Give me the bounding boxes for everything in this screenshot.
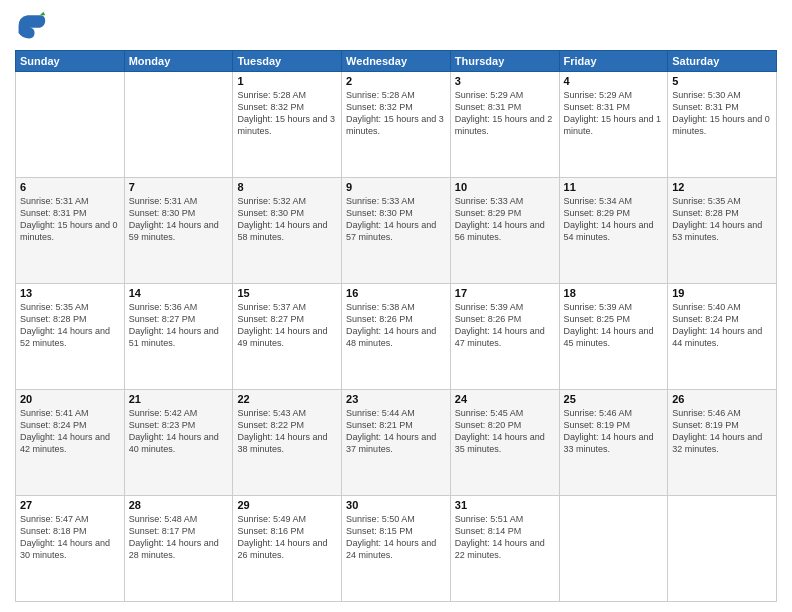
- day-number: 4: [564, 75, 664, 87]
- calendar-table: SundayMondayTuesdayWednesdayThursdayFrid…: [15, 50, 777, 602]
- day-info: Sunrise: 5:31 AM Sunset: 8:30 PM Dayligh…: [129, 195, 229, 244]
- week-row-4: 27Sunrise: 5:47 AM Sunset: 8:18 PM Dayli…: [16, 496, 777, 602]
- day-cell: 11Sunrise: 5:34 AM Sunset: 8:29 PM Dayli…: [559, 178, 668, 284]
- day-info: Sunrise: 5:35 AM Sunset: 8:28 PM Dayligh…: [672, 195, 772, 244]
- page: SundayMondayTuesdayWednesdayThursdayFrid…: [0, 0, 792, 612]
- day-info: Sunrise: 5:30 AM Sunset: 8:31 PM Dayligh…: [672, 89, 772, 138]
- logo: [15, 10, 51, 42]
- day-cell: 2Sunrise: 5:28 AM Sunset: 8:32 PM Daylig…: [342, 72, 451, 178]
- day-cell: 4Sunrise: 5:29 AM Sunset: 8:31 PM Daylig…: [559, 72, 668, 178]
- day-info: Sunrise: 5:39 AM Sunset: 8:26 PM Dayligh…: [455, 301, 555, 350]
- day-info: Sunrise: 5:45 AM Sunset: 8:20 PM Dayligh…: [455, 407, 555, 456]
- day-info: Sunrise: 5:43 AM Sunset: 8:22 PM Dayligh…: [237, 407, 337, 456]
- day-cell: 23Sunrise: 5:44 AM Sunset: 8:21 PM Dayli…: [342, 390, 451, 496]
- day-cell: 21Sunrise: 5:42 AM Sunset: 8:23 PM Dayli…: [124, 390, 233, 496]
- day-info: Sunrise: 5:39 AM Sunset: 8:25 PM Dayligh…: [564, 301, 664, 350]
- day-number: 15: [237, 287, 337, 299]
- day-number: 28: [129, 499, 229, 511]
- day-cell: 16Sunrise: 5:38 AM Sunset: 8:26 PM Dayli…: [342, 284, 451, 390]
- day-number: 18: [564, 287, 664, 299]
- day-cell: 25Sunrise: 5:46 AM Sunset: 8:19 PM Dayli…: [559, 390, 668, 496]
- day-info: Sunrise: 5:49 AM Sunset: 8:16 PM Dayligh…: [237, 513, 337, 562]
- day-cell: 17Sunrise: 5:39 AM Sunset: 8:26 PM Dayli…: [450, 284, 559, 390]
- day-number: 2: [346, 75, 446, 87]
- day-cell: 26Sunrise: 5:46 AM Sunset: 8:19 PM Dayli…: [668, 390, 777, 496]
- week-row-3: 20Sunrise: 5:41 AM Sunset: 8:24 PM Dayli…: [16, 390, 777, 496]
- day-info: Sunrise: 5:51 AM Sunset: 8:14 PM Dayligh…: [455, 513, 555, 562]
- day-cell: 28Sunrise: 5:48 AM Sunset: 8:17 PM Dayli…: [124, 496, 233, 602]
- day-info: Sunrise: 5:28 AM Sunset: 8:32 PM Dayligh…: [237, 89, 337, 138]
- day-cell: 24Sunrise: 5:45 AM Sunset: 8:20 PM Dayli…: [450, 390, 559, 496]
- day-cell: 15Sunrise: 5:37 AM Sunset: 8:27 PM Dayli…: [233, 284, 342, 390]
- day-info: Sunrise: 5:46 AM Sunset: 8:19 PM Dayligh…: [672, 407, 772, 456]
- day-cell: 27Sunrise: 5:47 AM Sunset: 8:18 PM Dayli…: [16, 496, 125, 602]
- day-cell: 19Sunrise: 5:40 AM Sunset: 8:24 PM Dayli…: [668, 284, 777, 390]
- day-number: 8: [237, 181, 337, 193]
- day-cell: [16, 72, 125, 178]
- day-number: 24: [455, 393, 555, 405]
- weekday-header-saturday: Saturday: [668, 51, 777, 72]
- day-cell: 30Sunrise: 5:50 AM Sunset: 8:15 PM Dayli…: [342, 496, 451, 602]
- day-info: Sunrise: 5:31 AM Sunset: 8:31 PM Dayligh…: [20, 195, 120, 244]
- day-cell: 20Sunrise: 5:41 AM Sunset: 8:24 PM Dayli…: [16, 390, 125, 496]
- day-info: Sunrise: 5:48 AM Sunset: 8:17 PM Dayligh…: [129, 513, 229, 562]
- day-number: 1: [237, 75, 337, 87]
- day-number: 22: [237, 393, 337, 405]
- day-number: 9: [346, 181, 446, 193]
- weekday-header-row: SundayMondayTuesdayWednesdayThursdayFrid…: [16, 51, 777, 72]
- day-info: Sunrise: 5:34 AM Sunset: 8:29 PM Dayligh…: [564, 195, 664, 244]
- day-cell: 3Sunrise: 5:29 AM Sunset: 8:31 PM Daylig…: [450, 72, 559, 178]
- logo-icon: [15, 10, 47, 42]
- day-number: 17: [455, 287, 555, 299]
- day-info: Sunrise: 5:29 AM Sunset: 8:31 PM Dayligh…: [564, 89, 664, 138]
- day-info: Sunrise: 5:42 AM Sunset: 8:23 PM Dayligh…: [129, 407, 229, 456]
- day-info: Sunrise: 5:40 AM Sunset: 8:24 PM Dayligh…: [672, 301, 772, 350]
- day-cell: [668, 496, 777, 602]
- day-number: 5: [672, 75, 772, 87]
- day-number: 23: [346, 393, 446, 405]
- day-cell: 12Sunrise: 5:35 AM Sunset: 8:28 PM Dayli…: [668, 178, 777, 284]
- weekday-header-sunday: Sunday: [16, 51, 125, 72]
- weekday-header-monday: Monday: [124, 51, 233, 72]
- day-cell: 6Sunrise: 5:31 AM Sunset: 8:31 PM Daylig…: [16, 178, 125, 284]
- week-row-1: 6Sunrise: 5:31 AM Sunset: 8:31 PM Daylig…: [16, 178, 777, 284]
- day-info: Sunrise: 5:44 AM Sunset: 8:21 PM Dayligh…: [346, 407, 446, 456]
- day-cell: 8Sunrise: 5:32 AM Sunset: 8:30 PM Daylig…: [233, 178, 342, 284]
- day-info: Sunrise: 5:35 AM Sunset: 8:28 PM Dayligh…: [20, 301, 120, 350]
- day-number: 6: [20, 181, 120, 193]
- day-info: Sunrise: 5:28 AM Sunset: 8:32 PM Dayligh…: [346, 89, 446, 138]
- day-number: 21: [129, 393, 229, 405]
- day-cell: 13Sunrise: 5:35 AM Sunset: 8:28 PM Dayli…: [16, 284, 125, 390]
- day-cell: 10Sunrise: 5:33 AM Sunset: 8:29 PM Dayli…: [450, 178, 559, 284]
- week-row-2: 13Sunrise: 5:35 AM Sunset: 8:28 PM Dayli…: [16, 284, 777, 390]
- day-cell: 18Sunrise: 5:39 AM Sunset: 8:25 PM Dayli…: [559, 284, 668, 390]
- day-number: 14: [129, 287, 229, 299]
- day-number: 16: [346, 287, 446, 299]
- day-number: 26: [672, 393, 772, 405]
- week-row-0: 1Sunrise: 5:28 AM Sunset: 8:32 PM Daylig…: [16, 72, 777, 178]
- weekday-header-friday: Friday: [559, 51, 668, 72]
- day-number: 10: [455, 181, 555, 193]
- day-number: 20: [20, 393, 120, 405]
- day-number: 7: [129, 181, 229, 193]
- day-number: 31: [455, 499, 555, 511]
- day-number: 30: [346, 499, 446, 511]
- day-cell: 22Sunrise: 5:43 AM Sunset: 8:22 PM Dayli…: [233, 390, 342, 496]
- day-info: Sunrise: 5:47 AM Sunset: 8:18 PM Dayligh…: [20, 513, 120, 562]
- day-info: Sunrise: 5:36 AM Sunset: 8:27 PM Dayligh…: [129, 301, 229, 350]
- weekday-header-thursday: Thursday: [450, 51, 559, 72]
- day-cell: 29Sunrise: 5:49 AM Sunset: 8:16 PM Dayli…: [233, 496, 342, 602]
- day-info: Sunrise: 5:41 AM Sunset: 8:24 PM Dayligh…: [20, 407, 120, 456]
- day-cell: [559, 496, 668, 602]
- day-info: Sunrise: 5:46 AM Sunset: 8:19 PM Dayligh…: [564, 407, 664, 456]
- day-info: Sunrise: 5:32 AM Sunset: 8:30 PM Dayligh…: [237, 195, 337, 244]
- day-number: 25: [564, 393, 664, 405]
- day-number: 13: [20, 287, 120, 299]
- day-info: Sunrise: 5:29 AM Sunset: 8:31 PM Dayligh…: [455, 89, 555, 138]
- day-number: 27: [20, 499, 120, 511]
- day-info: Sunrise: 5:50 AM Sunset: 8:15 PM Dayligh…: [346, 513, 446, 562]
- day-cell: 7Sunrise: 5:31 AM Sunset: 8:30 PM Daylig…: [124, 178, 233, 284]
- day-cell: 9Sunrise: 5:33 AM Sunset: 8:30 PM Daylig…: [342, 178, 451, 284]
- day-info: Sunrise: 5:37 AM Sunset: 8:27 PM Dayligh…: [237, 301, 337, 350]
- day-cell: 5Sunrise: 5:30 AM Sunset: 8:31 PM Daylig…: [668, 72, 777, 178]
